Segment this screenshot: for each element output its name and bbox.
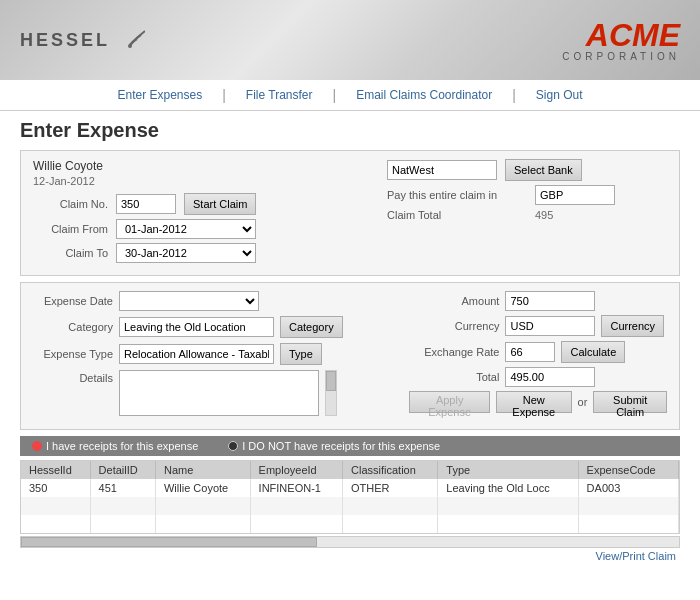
exchange-rate-row: Exchange Rate Calculate — [409, 341, 667, 363]
amount-label: Amount — [409, 295, 499, 307]
details-row: Details — [33, 370, 409, 416]
hessel-logo: HESSEL — [20, 25, 145, 55]
bottom-bar: View/Print Claim — [20, 548, 680, 564]
hessel-text: HESSEL — [20, 30, 110, 51]
claim-to-label: Claim To — [33, 247, 108, 259]
table-cell-empty — [250, 497, 342, 515]
table-cell-empty — [578, 515, 678, 533]
details-label: Details — [33, 372, 113, 384]
expenses-table: HesselId DetailID Name EmployeeId Classi… — [21, 461, 679, 533]
currency-button[interactable]: Currency — [601, 315, 664, 337]
expense-type-input[interactable] — [119, 344, 274, 364]
pay-currency-input[interactable] — [535, 185, 615, 205]
no-receipts-option[interactable]: I DO NOT have receipts for this expense — [228, 440, 440, 452]
table-horizontal-scrollbar[interactable] — [20, 536, 680, 548]
details-scrollbar[interactable] — [325, 370, 337, 416]
currency-input[interactable] — [505, 316, 595, 336]
claim-from-row: Claim From 01-Jan-2012 — [33, 219, 387, 239]
amount-row: Amount — [409, 291, 667, 311]
has-receipts-option[interactable]: I have receipts for this expense — [32, 440, 198, 452]
table-header-row: HesselId DetailID Name EmployeeId Classi… — [21, 461, 679, 479]
main-content: Willie Coyote 12-Jan-2012 Claim No. Star… — [0, 146, 700, 568]
table-row[interactable]: 350451Willie CoyoteINFINEON-1OTHERLeavin… — [21, 479, 679, 497]
bank-input[interactable] — [387, 160, 497, 180]
table-cell: 350 — [21, 479, 90, 497]
table-cell: 451 — [90, 479, 155, 497]
nav-enter-expenses[interactable]: Enter Expenses — [97, 86, 222, 104]
expense-section: Expense Date Category Category Expense T… — [20, 282, 680, 430]
table-cell-empty — [21, 515, 90, 533]
claim-to-select[interactable]: 30-Jan-2012 — [116, 243, 256, 263]
col-name: Name — [155, 461, 250, 479]
claim-no-input[interactable] — [116, 194, 176, 214]
table-cell-empty — [21, 497, 90, 515]
col-detail-id: DetailID — [90, 461, 155, 479]
nav-sign-out[interactable]: Sign Out — [516, 86, 603, 104]
receipt-bar: I have receipts for this expense I DO NO… — [20, 436, 680, 456]
type-button[interactable]: Type — [280, 343, 322, 365]
nav-file-transfer[interactable]: File Transfer — [226, 86, 333, 104]
claim-no-row: Claim No. Start Claim — [33, 193, 387, 215]
table-cell: INFINEON-1 — [250, 479, 342, 497]
table-cell: DA003 — [578, 479, 678, 497]
claim-from-label: Claim From — [33, 223, 108, 235]
expense-date-label: Expense Date — [33, 295, 113, 307]
amount-input[interactable] — [505, 291, 595, 311]
exchange-rate-label: Exchange Rate — [409, 346, 499, 358]
category-row: Category Category — [33, 316, 409, 338]
expense-left: Expense Date Category Category Expense T… — [33, 291, 409, 421]
claim-total-label: Claim Total — [387, 209, 527, 221]
table-cell-empty — [155, 497, 250, 515]
col-type: Type — [438, 461, 578, 479]
currency-row: Currency Currency — [409, 315, 667, 337]
new-expense-button[interactable]: New Expense — [496, 391, 572, 413]
pay-claim-label: Pay this entire claim in — [387, 189, 527, 201]
acme-logo: ACME CORPORATION — [562, 19, 680, 62]
table-cell-empty — [90, 515, 155, 533]
table-cell-empty — [90, 497, 155, 515]
page-title-bar: Enter Expense — [0, 111, 700, 146]
claim-from-select[interactable]: 01-Jan-2012 — [116, 219, 256, 239]
or-label: or — [578, 396, 588, 408]
category-input[interactable] — [119, 317, 274, 337]
acme-text: ACME — [562, 19, 680, 51]
top-form-left: Willie Coyote 12-Jan-2012 Claim No. Star… — [33, 159, 387, 267]
col-employee-id: EmployeeId — [250, 461, 342, 479]
expense-date-select[interactable] — [119, 291, 259, 311]
no-receipts-label: I DO NOT have receipts for this expense — [242, 440, 440, 452]
table-cell-empty — [343, 515, 438, 533]
category-button[interactable]: Category — [280, 316, 343, 338]
view-print-link[interactable]: View/Print Claim — [596, 550, 677, 562]
claim-total-row: Claim Total 495 — [387, 209, 667, 221]
user-date: 12-Jan-2012 — [33, 175, 387, 187]
expense-right: Amount Currency Currency Exchange Rate C… — [409, 291, 667, 421]
action-row: Apply Expense New Expense or Submit Clai… — [409, 391, 667, 413]
svg-point-0 — [128, 44, 132, 48]
total-input[interactable] — [505, 367, 595, 387]
page-title: Enter Expense — [20, 119, 680, 142]
calculate-button[interactable]: Calculate — [561, 341, 625, 363]
exchange-rate-input[interactable] — [505, 342, 555, 362]
scroll-thumb — [21, 537, 317, 547]
no-receipts-radio[interactable] — [228, 441, 238, 451]
table-cell: Willie Coyote — [155, 479, 250, 497]
start-claim-button[interactable]: Start Claim — [184, 193, 256, 215]
table-cell: Leaving the Old Locc — [438, 479, 578, 497]
submit-claim-button[interactable]: Submit Claim — [593, 391, 667, 413]
table-cell-empty — [438, 515, 578, 533]
apply-expense-button[interactable]: Apply Expense — [409, 391, 489, 413]
details-textarea[interactable] — [119, 370, 319, 416]
has-receipts-radio[interactable] — [32, 441, 42, 451]
bank-row: Select Bank — [387, 159, 667, 181]
table-row-empty — [21, 497, 679, 515]
table-cell-empty — [578, 497, 678, 515]
expense-date-row: Expense Date — [33, 291, 409, 311]
total-row: Total — [409, 367, 667, 387]
table-cell-empty — [250, 515, 342, 533]
currency-label: Currency — [409, 320, 499, 332]
header: HESSEL ACME CORPORATION — [0, 0, 700, 80]
has-receipts-label: I have receipts for this expense — [46, 440, 198, 452]
select-bank-button[interactable]: Select Bank — [505, 159, 582, 181]
claim-total-value: 495 — [535, 209, 553, 221]
nav-email-claims[interactable]: Email Claims Coordinator — [336, 86, 512, 104]
